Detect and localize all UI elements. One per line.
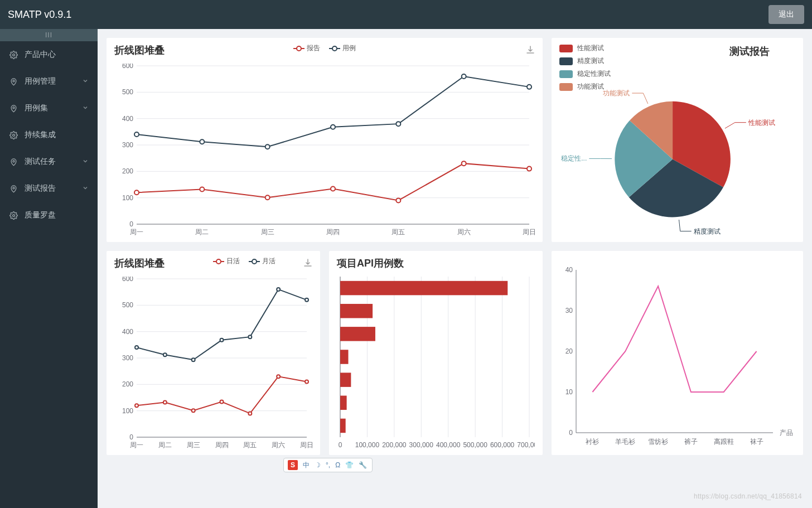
chevron-down-icon [82, 104, 89, 113]
sidebar-item-2[interactable]: 用例集 [0, 95, 98, 122]
svg-text:周四: 周四 [326, 228, 340, 236]
download-icon[interactable] [526, 46, 535, 57]
svg-point-41 [200, 139, 204, 144]
legend-item-usecase[interactable]: 用例 [329, 43, 356, 53]
svg-text:500: 500 [122, 88, 133, 96]
sidebar-item-3[interactable]: 持续集成 [0, 122, 98, 148]
svg-point-42 [265, 144, 270, 149]
main-area: 折线图堆叠 报告 用例 0100200300400500600周一周二周三周四周… [98, 29, 812, 508]
svg-text:600: 600 [122, 64, 133, 70]
svg-point-1 [12, 80, 14, 81]
card-line-big: 折线图堆叠 报告 用例 0100200300400500600周一周二周三周四周… [107, 38, 543, 242]
svg-text:周一: 周一 [130, 228, 143, 236]
svg-text:稳定性...: 稳定性... [561, 154, 587, 162]
sidebar-item-label: 产品中心 [25, 50, 56, 60]
card-line-small: 折线图堆叠 日活 月活 0100200300400500600周一周二周三周四周… [107, 251, 320, 455]
moon-icon[interactable]: ☽ [315, 461, 321, 469]
sidebar-item-label: 质量罗盘 [25, 210, 56, 220]
svg-text:裤子: 裤子 [684, 438, 698, 446]
svg-point-33 [134, 190, 139, 195]
svg-point-85 [163, 353, 167, 356]
svg-point-39 [527, 167, 531, 171]
svg-text:400: 400 [122, 328, 133, 336]
app-brand: SMATP v0.9.1 [8, 9, 71, 21]
svg-point-36 [331, 187, 335, 191]
svg-text:40: 40 [566, 266, 573, 274]
svg-text:300,000: 300,000 [409, 441, 434, 449]
legend-item-dau[interactable]: 日活 [213, 257, 240, 266]
wrench-icon[interactable]: 🔧 [359, 461, 367, 469]
sidebar-item-1[interactable]: 用例管理 [0, 68, 98, 95]
svg-point-82 [277, 375, 280, 378]
svg-point-46 [527, 85, 531, 89]
punct-icon[interactable]: °, [326, 461, 330, 469]
svg-text:300: 300 [122, 141, 133, 149]
sidebar-item-5[interactable]: 测试报告 [0, 175, 98, 202]
gear-icon [9, 50, 18, 59]
svg-point-81 [248, 412, 252, 415]
svg-point-5 [12, 187, 14, 188]
chart-title: 项目API用例数 [337, 257, 535, 270]
svg-text:100: 100 [122, 194, 133, 202]
omega-icon[interactable]: Ω [335, 461, 340, 469]
sidebar-item-4[interactable]: 测试任务 [0, 148, 98, 175]
svg-text:羊毛衫: 羊毛衫 [615, 438, 635, 446]
sidebar-collapse-handle[interactable]: III [0, 29, 98, 41]
svg-text:周三: 周三 [187, 441, 200, 449]
ime-lang-indicator[interactable]: 中 [303, 461, 310, 470]
svg-text:性能测试: 性能测试 [748, 119, 775, 127]
svg-text:0: 0 [129, 433, 133, 441]
chart-legend: 日活 月活 [168, 257, 320, 266]
svg-text:周四: 周四 [215, 441, 229, 449]
chevron-down-icon [82, 184, 89, 193]
svg-text:10: 10 [566, 388, 573, 396]
svg-point-86 [192, 358, 195, 361]
legend-item-report[interactable]: 报告 [293, 43, 320, 53]
svg-point-10 [332, 46, 337, 51]
svg-point-37 [396, 198, 400, 202]
svg-text:0: 0 [569, 429, 573, 437]
svg-point-3 [12, 134, 14, 136]
sidebar-item-0[interactable]: 产品中心 [0, 41, 98, 68]
svg-point-89 [277, 288, 280, 291]
ime-logo-icon: S [288, 460, 298, 470]
svg-point-4 [12, 160, 14, 162]
svg-text:0: 0 [129, 220, 133, 228]
logout-button[interactable]: 退出 [768, 5, 804, 24]
svg-text:功能测试: 功能测试 [603, 89, 630, 97]
sidebar-item-label: 持续集成 [25, 130, 56, 140]
svg-rect-112 [340, 372, 351, 387]
shirt-icon[interactable]: 👕 [345, 461, 354, 469]
svg-text:100: 100 [122, 407, 133, 415]
sidebar-item-6[interactable]: 质量罗盘 [0, 202, 98, 229]
gear-icon [9, 211, 18, 220]
svg-text:20: 20 [566, 347, 573, 355]
pin-icon [9, 184, 18, 193]
svg-text:600: 600 [122, 277, 133, 283]
svg-point-90 [305, 298, 308, 302]
svg-point-34 [200, 187, 204, 192]
svg-text:周五: 周五 [243, 441, 257, 449]
chart-svg: 0100200300400500600周一周二周三周四周五周六周日 [114, 64, 535, 236]
svg-point-45 [462, 74, 466, 79]
svg-text:0: 0 [339, 441, 342, 449]
sidebar-item-label: 用例管理 [25, 76, 56, 86]
download-icon[interactable] [303, 259, 312, 270]
svg-rect-114 [340, 419, 346, 433]
watermark: https://blog.csdn.net/qq_41856814 [694, 492, 802, 500]
svg-point-80 [220, 400, 224, 404]
legend-item-mau[interactable]: 月活 [249, 257, 276, 266]
svg-text:衬衫: 衬衫 [586, 438, 599, 446]
ime-toolbar[interactable]: S 中 ☽ °, Ω 👕 🔧 [283, 458, 373, 472]
svg-point-88 [248, 335, 252, 338]
svg-text:400,000: 400,000 [436, 441, 461, 449]
svg-point-77 [135, 404, 138, 407]
sidebar-item-label: 测试任务 [25, 157, 56, 167]
svg-text:周日: 周日 [300, 441, 312, 449]
svg-text:精度测试: 精度测试 [694, 228, 721, 235]
svg-rect-111 [340, 350, 349, 364]
svg-text:200: 200 [122, 167, 133, 175]
svg-text:产品: 产品 [780, 429, 793, 437]
svg-point-84 [135, 346, 138, 349]
svg-point-0 [12, 54, 14, 56]
